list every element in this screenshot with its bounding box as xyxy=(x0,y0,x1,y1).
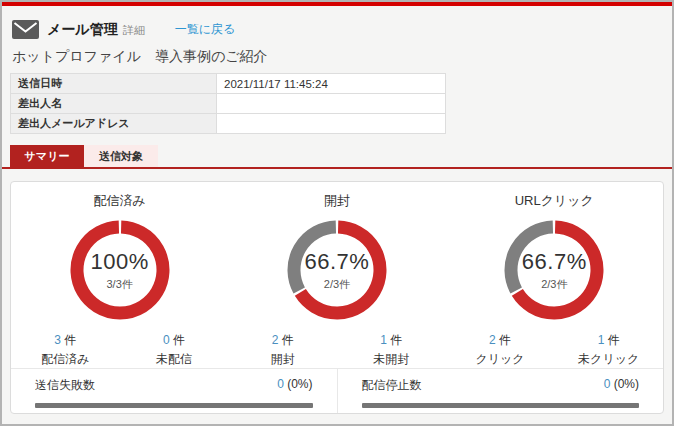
field-value-sender-name xyxy=(217,94,446,114)
stat-unit: 件 xyxy=(278,333,293,347)
donut-chart-delivered: 100% 3/3件 xyxy=(65,215,175,325)
chart-title: URLクリック xyxy=(515,192,594,210)
stat-label: 未クリック xyxy=(554,351,663,368)
stat-unit: 件 xyxy=(387,333,402,347)
mail-envelope-icon xyxy=(12,20,39,39)
chart-title: 配信済み xyxy=(94,192,146,210)
page-subtitle: 詳細 xyxy=(123,23,145,38)
summary-panel: 配信済み 100% 3/3件 3 件 配信済み 0 件 未配信 xyxy=(10,181,664,414)
field-label-sender-email: 差出人メールアドレス xyxy=(11,114,217,134)
back-to-list-link[interactable]: 一覧に戻る xyxy=(175,21,236,38)
delivery-stop-bar xyxy=(362,403,640,408)
stat-count: 3 xyxy=(54,333,61,347)
mail-subject: ホットプロファイル 導入事例のご紹介 xyxy=(12,48,672,66)
tab-send-target[interactable]: 送信対象 xyxy=(84,145,158,167)
tab-summary[interactable]: サマリー xyxy=(10,145,84,167)
stat-unit: 件 xyxy=(604,333,619,347)
table-row: 送信日時 2021/11/17 11:45:24 xyxy=(11,74,446,94)
stat-clicked: 2 件 クリック xyxy=(446,332,555,368)
stat-delivered: 3 件 配信済み xyxy=(11,332,120,368)
stat-label: 配信済み xyxy=(11,351,120,368)
stat-undelivered: 0 件 未配信 xyxy=(120,332,229,368)
send-failure-section: 送信失敗数 0 (0%) xyxy=(11,369,337,413)
field-value-send-datetime: 2021/11/17 11:45:24 xyxy=(217,74,446,94)
send-failure-bar xyxy=(35,403,313,408)
delivery-stop-section: 配信停止数 0 (0%) xyxy=(337,369,664,413)
chart-delivered: 配信済み 100% 3/3件 3 件 配信済み 0 件 未配信 xyxy=(11,192,228,368)
tab-underline xyxy=(2,167,672,169)
field-label-send-datetime: 送信日時 xyxy=(11,74,217,94)
table-row: 差出人メールアドレス xyxy=(11,114,446,134)
chart-stats: 2 件 開封 1 件 未開封 xyxy=(228,332,445,368)
stat-label: クリック xyxy=(446,351,555,368)
delivery-stop-value: 0 (0%) xyxy=(604,377,639,394)
donut-ring xyxy=(499,215,609,325)
chart-stats: 3 件 配信済み 0 件 未配信 xyxy=(11,332,228,368)
stat-label: 未開封 xyxy=(337,351,446,368)
send-failure-percent: (0%) xyxy=(284,377,313,391)
chart-title: 開封 xyxy=(324,192,350,210)
table-row: 差出人名 xyxy=(11,94,446,114)
donut-chart-url-click: 66.7% 2/3件 xyxy=(499,215,609,325)
stat-unit: 件 xyxy=(496,333,511,347)
chart-url-click: URLクリック 66.7% 2/3件 2 件 クリック 1 件 未クリ xyxy=(446,192,663,368)
field-value-sender-email xyxy=(217,114,446,134)
chart-stats: 2 件 クリック 1 件 未クリック xyxy=(446,332,663,368)
page-header: メール管理 詳細 一覧に戻る xyxy=(2,6,672,45)
stat-unopened: 1 件 未開封 xyxy=(337,332,446,368)
delivery-stop-label: 配信停止数 xyxy=(362,377,422,394)
stat-label: 開封 xyxy=(228,351,337,368)
page-title: メール管理 xyxy=(47,21,118,39)
chart-opened: 開封 66.7% 2/3件 2 件 開封 1 件 未開封 xyxy=(228,192,445,368)
stat-count: 0 xyxy=(163,333,170,347)
donut-chart-opened: 66.7% 2/3件 xyxy=(282,215,392,325)
send-failure-value: 0 (0%) xyxy=(277,377,312,394)
tab-bar: サマリー 送信対象 xyxy=(10,145,672,167)
stat-unit: 件 xyxy=(170,333,185,347)
stat-count: 1 xyxy=(380,333,387,347)
charts-row: 配信済み 100% 3/3件 3 件 配信済み 0 件 未配信 xyxy=(11,182,663,368)
stat-opened: 2 件 開封 xyxy=(228,332,337,368)
footer-stats-row: 送信失敗数 0 (0%) 配信停止数 0 (0%) xyxy=(11,368,663,413)
app-window: メール管理 詳細 一覧に戻る ホットプロファイル 導入事例のご紹介 送信日時 2… xyxy=(0,0,674,426)
mail-info-table: 送信日時 2021/11/17 11:45:24 差出人名 差出人メールアドレス xyxy=(10,73,446,134)
send-failure-count: 0 xyxy=(277,377,284,391)
stat-unclicked: 1 件 未クリック xyxy=(554,332,663,368)
stat-unit: 件 xyxy=(61,333,76,347)
stat-label: 未配信 xyxy=(120,351,229,368)
donut-ring xyxy=(282,215,392,325)
delivery-stop-percent: (0%) xyxy=(610,377,639,391)
send-failure-label: 送信失敗数 xyxy=(35,377,95,394)
donut-ring xyxy=(65,215,175,325)
stat-count: 2 xyxy=(489,333,496,347)
field-label-sender-name: 差出人名 xyxy=(11,94,217,114)
